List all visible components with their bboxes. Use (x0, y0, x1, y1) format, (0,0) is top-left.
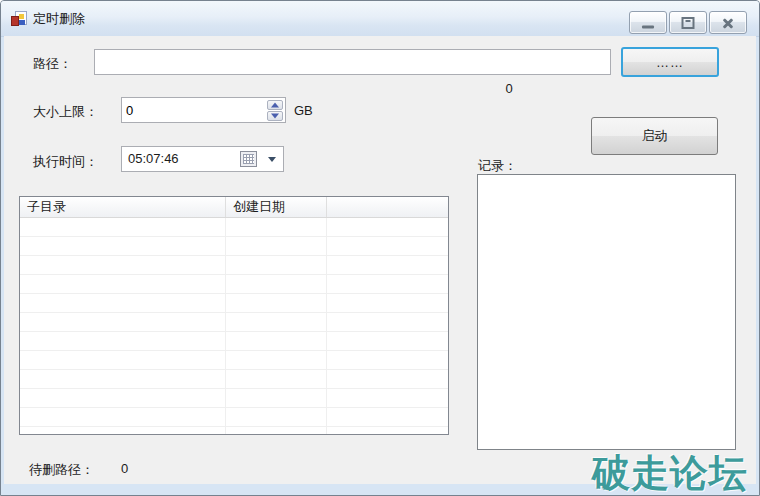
path-label: 路径： (33, 55, 72, 73)
table-cell (327, 218, 448, 236)
minimize-button[interactable] (629, 11, 667, 34)
table-row[interactable] (20, 275, 448, 294)
table-body (20, 218, 448, 435)
directory-table: 子目录 创建日期 (19, 196, 449, 435)
count-label: 0 (496, 81, 522, 96)
column-header-created-date[interactable]: 创建日期 (226, 197, 327, 217)
table-row[interactable] (20, 389, 448, 408)
table-row[interactable] (20, 427, 448, 435)
table-cell (20, 294, 226, 312)
table-cell (20, 427, 226, 435)
watermark-text: 破走论坛 (592, 448, 748, 496)
table-cell (327, 370, 448, 388)
table-row[interactable] (20, 370, 448, 389)
table-cell (327, 294, 448, 312)
exec-time-label: 执行时间： (33, 153, 98, 171)
window: 定时删除 路径： …… 0 大小上限： GB 启动 执行时间： 05:07:46 (0, 0, 760, 496)
table-row[interactable] (20, 332, 448, 351)
table-cell (226, 294, 327, 312)
spin-down-button[interactable] (267, 111, 283, 121)
close-icon (721, 16, 735, 30)
log-textarea[interactable] (477, 174, 736, 450)
table-cell (226, 218, 327, 236)
table-cell (327, 408, 448, 426)
table-cell (327, 427, 448, 435)
table-cell (226, 351, 327, 369)
table-cell (226, 408, 327, 426)
table-cell (226, 256, 327, 274)
calendar-icon (240, 151, 257, 167)
start-button[interactable]: 启动 (591, 117, 718, 155)
table-cell (226, 313, 327, 331)
table-row[interactable] (20, 237, 448, 256)
table-row[interactable] (20, 351, 448, 370)
table-cell (20, 256, 226, 274)
table-cell (226, 275, 327, 293)
table-cell (327, 237, 448, 255)
size-limit-label: 大小上限： (33, 103, 98, 121)
table-cell (327, 351, 448, 369)
table-cell (20, 332, 226, 350)
table-cell (327, 332, 448, 350)
table-cell (327, 275, 448, 293)
column-header-spacer (327, 197, 448, 217)
dropdown-arrow-icon (268, 157, 276, 162)
table-cell (226, 370, 327, 388)
table-cell (20, 275, 226, 293)
size-unit-label: GB (294, 103, 313, 118)
table-cell (226, 389, 327, 407)
table-header: 子目录 创建日期 (20, 197, 448, 218)
table-cell (20, 313, 226, 331)
maximize-icon (682, 17, 695, 29)
table-row[interactable] (20, 294, 448, 313)
browse-button[interactable]: …… (621, 47, 719, 77)
down-arrow-icon (271, 114, 279, 119)
spin-up-button[interactable] (267, 100, 283, 110)
time-value: 05:07:46 (128, 147, 179, 171)
table-cell (20, 408, 226, 426)
title-bar[interactable]: 定时删除 (1, 1, 759, 37)
close-button[interactable] (709, 11, 747, 34)
pending-path-value: 0 (121, 461, 128, 476)
log-label: 记录： (478, 157, 517, 175)
column-header-subdirectory[interactable]: 子目录 (20, 197, 226, 217)
table-cell (327, 389, 448, 407)
window-title: 定时删除 (33, 1, 85, 36)
table-cell (226, 332, 327, 350)
table-cell (226, 427, 327, 435)
pending-path-label: 待删路径： (29, 461, 94, 479)
path-input[interactable] (94, 49, 611, 75)
up-arrow-icon (271, 103, 279, 108)
maximize-button[interactable] (669, 11, 707, 34)
table-cell (20, 237, 226, 255)
table-cell (327, 313, 448, 331)
table-cell (20, 370, 226, 388)
minimize-icon (642, 25, 654, 28)
app-icon (11, 11, 27, 27)
table-row[interactable] (20, 408, 448, 427)
table-cell (20, 351, 226, 369)
table-cell (20, 218, 226, 236)
time-picker[interactable]: 05:07:46 (121, 146, 284, 172)
table-cell (226, 237, 327, 255)
table-cell (327, 256, 448, 274)
table-row[interactable] (20, 218, 448, 237)
size-spinner (121, 97, 286, 123)
size-input[interactable] (122, 98, 264, 122)
table-cell (20, 389, 226, 407)
table-row[interactable] (20, 256, 448, 275)
table-row[interactable] (20, 313, 448, 332)
